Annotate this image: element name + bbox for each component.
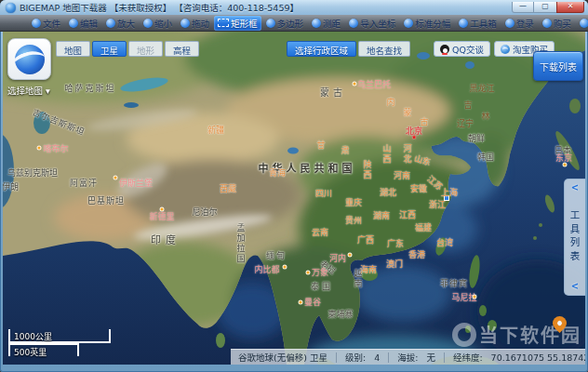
menu-item-icon xyxy=(505,19,514,28)
divider xyxy=(336,352,337,363)
window-controls: — ▢ ✕ xyxy=(512,2,584,13)
tab-maptype-3[interactable]: 高程 xyxy=(165,41,199,57)
tool-list-title: 工具列表 xyxy=(568,210,582,264)
menu-item-icon xyxy=(32,19,41,28)
satellite-map xyxy=(3,32,585,365)
menu-item-icon xyxy=(580,19,588,28)
menu-item-icon xyxy=(106,19,115,28)
menu-item-label: 工具箱 xyxy=(470,17,497,30)
map-picker-dropdown[interactable]: 选择地图 ▾ xyxy=(7,84,50,97)
download-list-button[interactable]: 下载列表 xyxy=(533,51,583,81)
menu-item-10[interactable]: 工具箱 xyxy=(455,16,501,31)
menu-item-label: 缩小 xyxy=(154,17,172,30)
menu-item-icon xyxy=(459,19,468,28)
scale-imperial: 500英里 xyxy=(8,343,79,356)
menu-item-label: 标准分幅 xyxy=(415,17,450,30)
menu-item-icon xyxy=(266,19,275,28)
menu-item-8[interactable]: 导入坐标 xyxy=(345,16,399,31)
title-bar[interactable]: BIGEMAP 地图下载器 【未获取授权】 【咨询电话：400-118-5459… xyxy=(0,0,588,15)
zoom-level-label: 级别: xyxy=(345,351,366,364)
menu-item-icon xyxy=(542,19,552,28)
app-icon xyxy=(6,3,16,13)
menu-item-7[interactable]: 测距 xyxy=(308,16,344,31)
tab-maptype-1[interactable]: 卫星 xyxy=(92,41,127,57)
map-canvas[interactable]: 哈萨克斯坦吉尔吉斯斯坦乌兹别克斯坦伊朗阿富汗巴基斯坦印度尼泊尔孟加拉国缅甸泰国老… xyxy=(3,32,585,365)
menu-item-icon xyxy=(143,19,153,28)
menu-item-6[interactable]: 多边形 xyxy=(262,16,308,31)
menu-item-icon xyxy=(180,19,190,28)
menu-item-0[interactable]: 文件 xyxy=(28,16,64,31)
menu-item-13[interactable]: 帮助 xyxy=(576,16,588,31)
menu-item-label: 拖动 xyxy=(192,17,209,30)
elevation-label: 海拔: xyxy=(397,351,418,364)
tab-search-1[interactable]: 地名查找 xyxy=(358,41,410,57)
coordinates-label: 经纬度: xyxy=(453,351,483,364)
menu-item-2[interactable]: 放大 xyxy=(102,16,139,31)
menu-item-label: 测距 xyxy=(323,17,341,30)
maximize-button[interactable]: ▢ xyxy=(534,2,556,13)
menu-item-11[interactable]: 登录 xyxy=(501,16,538,31)
rectangle-select-icon xyxy=(218,19,229,27)
qq-icon xyxy=(440,45,449,54)
menu-item-label: 多边形 xyxy=(277,17,304,30)
menu-item-label: 编辑 xyxy=(80,17,98,30)
scale-metric: 1000公里 xyxy=(8,329,111,343)
menu-item-9[interactable]: 标准分幅 xyxy=(400,16,454,31)
tb-icon xyxy=(501,45,510,54)
tool-list-panel[interactable]: < 工具列表 < xyxy=(564,179,585,296)
zoom-level-value: 4 xyxy=(374,352,380,363)
status-bar: 谷歌地球(无偏移) 卫星 级别: 4 海拔: 无 经纬度: 70.1671075… xyxy=(231,349,585,365)
map-source-status: 谷歌地球(无偏移) 卫星 xyxy=(238,351,327,364)
menu-item-label: 矩形框 xyxy=(231,17,258,30)
menu-item-icon xyxy=(312,19,321,28)
menu-item-label: 登录 xyxy=(516,17,534,30)
tab-maptype-2[interactable]: 地形 xyxy=(128,41,163,57)
divider xyxy=(388,352,389,363)
menu-item-4[interactable]: 拖动 xyxy=(177,16,213,31)
menu-item-label: 购买 xyxy=(554,17,571,30)
tab-maptype-0[interactable]: 地图 xyxy=(56,41,90,57)
qq-chat-button[interactable]: QQ交谈 xyxy=(434,41,490,57)
chip-label: QQ交谈 xyxy=(452,43,484,56)
menu-item-label: 文件 xyxy=(43,17,60,30)
app-window: BIGEMAP 地图下载器 【未获取授权】 【咨询电话：400-118-5459… xyxy=(0,0,588,372)
menu-item-1[interactable]: 编辑 xyxy=(65,16,101,31)
close-button[interactable]: ✕ xyxy=(556,2,584,13)
globe-icon xyxy=(15,45,45,74)
chevron-left-icon[interactable]: < xyxy=(571,282,579,291)
menu-bar: 文件编辑放大缩小拖动矩形框多边形测距导入坐标标准分幅工具箱登录购买帮助关于 xyxy=(0,15,588,32)
tab-search-0[interactable]: 选择行政区域 xyxy=(287,41,356,57)
maptype-tabs: 地图卫星地形高程 xyxy=(56,41,199,57)
menu-item-label: 放大 xyxy=(117,17,135,30)
menu-item-label: 导入坐标 xyxy=(360,17,395,30)
menu-item-3[interactable]: 缩小 xyxy=(140,16,176,31)
menu-item-icon xyxy=(349,19,358,28)
chevron-left-icon[interactable]: < xyxy=(571,183,579,193)
menu-item-icon xyxy=(69,19,78,28)
scale-bar: 1000公里 500英里 xyxy=(8,329,111,356)
window-title: BIGEMAP 地图下载器 【未获取授权】 【咨询电话：400-118-5459… xyxy=(20,1,299,14)
elevation-value: 无 xyxy=(426,351,435,364)
divider xyxy=(444,352,445,363)
map-source-button[interactable] xyxy=(7,38,51,80)
coordinates-value: 70.1671075 55.18742188 xyxy=(491,352,585,363)
search-tabs: 选择行政区域地名查找 xyxy=(287,41,410,57)
minimize-button[interactable]: — xyxy=(512,2,534,13)
menu-item-icon xyxy=(404,19,413,28)
menu-item-5[interactable]: 矩形框 xyxy=(214,16,261,31)
menu-item-12[interactable]: 购买 xyxy=(539,16,575,31)
